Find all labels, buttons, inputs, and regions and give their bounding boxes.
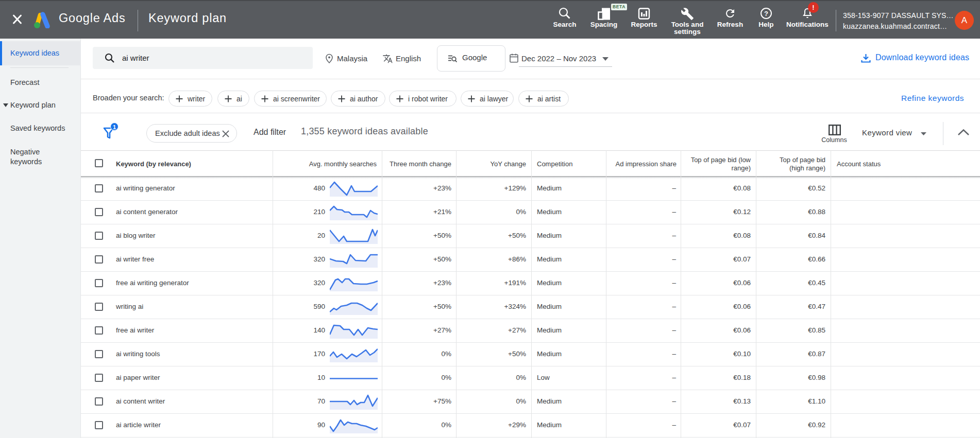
- svg-text:?: ?: [764, 10, 768, 17]
